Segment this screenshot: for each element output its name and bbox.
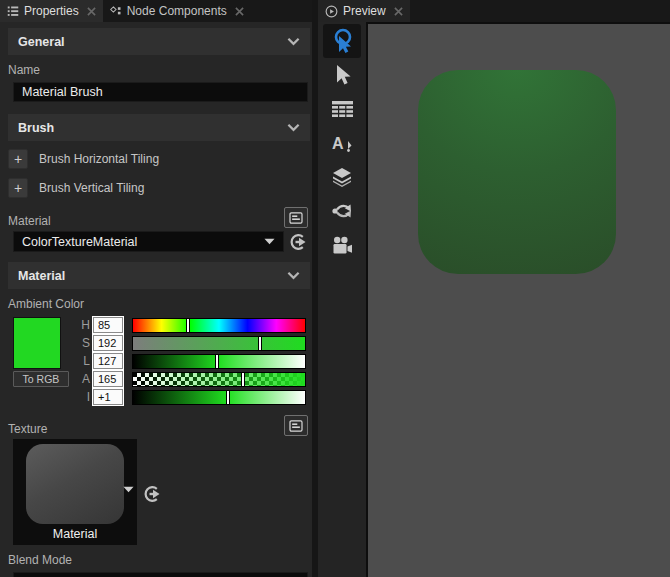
- slider-marker[interactable]: [226, 390, 230, 405]
- editor-icon: [289, 212, 303, 224]
- section-header-material[interactable]: Material: [8, 262, 310, 289]
- section-title: Brush: [18, 121, 54, 135]
- section-header-brush[interactable]: Brush: [8, 114, 310, 141]
- add-property-label: Brush Vertical Tiling: [39, 181, 144, 195]
- preview-panel: Preview: [318, 0, 670, 577]
- chevron-down-icon: [287, 37, 300, 46]
- channel-label-l: L: [76, 354, 90, 368]
- close-icon[interactable]: [87, 7, 96, 16]
- ambient-color-label: Ambient Color: [8, 297, 310, 311]
- texture-label: Texture: [8, 422, 47, 436]
- node-components-icon: [110, 5, 122, 17]
- texture-name: Material: [53, 527, 97, 541]
- preview-toolbar: A: [318, 22, 366, 577]
- close-icon[interactable]: [394, 7, 403, 16]
- material-dropdown[interactable]: ColorTextureMaterial: [13, 231, 284, 252]
- to-rgb-button[interactable]: To RGB: [13, 371, 69, 387]
- layers-icon: [331, 167, 353, 187]
- blend-mode-label: Blend Mode: [8, 553, 310, 567]
- tab-node-components-label: Node Components: [127, 4, 227, 18]
- preview-body: A: [318, 22, 670, 577]
- tab-preview[interactable]: Preview: [318, 0, 410, 22]
- blend-mode-dropdown[interactable]: Alpha: Premultiplied: [13, 572, 308, 577]
- intensity-slider[interactable]: [132, 390, 306, 405]
- interact-tool-icon: [330, 28, 354, 54]
- interact-tool-button[interactable]: [323, 24, 361, 58]
- svg-text:A: A: [332, 135, 344, 152]
- channel-value-i[interactable]: +1: [93, 389, 123, 405]
- add-icon[interactable]: +: [8, 178, 28, 198]
- preview-viewport[interactable]: [366, 22, 670, 577]
- name-input[interactable]: Material Brush: [13, 82, 308, 102]
- text-tool-icon: A: [331, 133, 353, 153]
- name-label: Name: [8, 63, 310, 77]
- connections-icon: [331, 202, 353, 220]
- texture-row: Material: [8, 439, 310, 545]
- open-editor-button[interactable]: [284, 415, 308, 436]
- add-property-label: Brush Horizontal Tiling: [39, 152, 159, 166]
- tab-properties[interactable]: Properties: [0, 0, 103, 22]
- add-property-row: + Brush Horizontal Tiling: [8, 148, 310, 170]
- properties-content: General Name Material Brush Brush + Brus…: [0, 22, 312, 577]
- channel-label-h: H: [76, 318, 90, 332]
- tab-properties-label: Properties: [24, 4, 79, 18]
- preview-green-rounded-rectangle[interactable]: [418, 70, 616, 274]
- preview-tabbar: Preview: [318, 0, 670, 22]
- channel-value-l[interactable]: 127: [93, 353, 123, 369]
- texture-thumbnail: [26, 444, 124, 524]
- add-icon[interactable]: +: [8, 149, 28, 169]
- ambient-color-editor: To RGB H 85 S 192 L 127 A 165: [13, 316, 306, 406]
- properties-panel: Properties Node Components General: [0, 0, 312, 577]
- select-tool-button[interactable]: [323, 58, 361, 92]
- channel-label-a: A: [76, 372, 90, 386]
- hue-slider[interactable]: [132, 318, 306, 333]
- texture-dropdown[interactable]: Material: [13, 439, 137, 545]
- channel-value-h[interactable]: 85: [93, 317, 123, 333]
- connections-tool-button[interactable]: [323, 194, 361, 228]
- color-swatch[interactable]: [13, 317, 61, 369]
- alpha-slider[interactable]: [132, 372, 306, 387]
- saturation-slider[interactable]: [132, 336, 306, 351]
- layers-tool-button[interactable]: [323, 160, 361, 194]
- slider-marker[interactable]: [215, 354, 219, 369]
- open-editor-button[interactable]: [284, 207, 308, 228]
- play-circle-icon: [325, 5, 338, 18]
- application-window: Properties Node Components General: [0, 0, 670, 577]
- data-grid-icon: [332, 101, 353, 118]
- properties-list-icon: [7, 5, 19, 17]
- chevron-down-icon: [264, 238, 275, 245]
- material-dropdown-value: ColorTextureMaterial: [22, 235, 137, 249]
- add-property-row: + Brush Vertical Tiling: [8, 177, 310, 199]
- section-title: General: [18, 35, 65, 49]
- tab-preview-label: Preview: [343, 4, 386, 18]
- section-header-general[interactable]: General: [8, 28, 310, 55]
- chevron-down-icon: [123, 486, 134, 493]
- close-icon[interactable]: [235, 7, 244, 16]
- data-grid-tool-button[interactable]: [323, 92, 361, 126]
- section-title: Material: [18, 269, 65, 283]
- camera-icon: [332, 236, 353, 255]
- chevron-down-icon: [287, 123, 300, 132]
- goto-resource-button[interactable]: [144, 485, 162, 503]
- chevron-down-icon: [287, 271, 300, 280]
- slider-marker[interactable]: [186, 318, 190, 333]
- editor-icon: [289, 420, 303, 432]
- text-tool-button[interactable]: A: [323, 126, 361, 160]
- slider-marker[interactable]: [258, 336, 262, 351]
- material-label: Material: [8, 214, 51, 228]
- select-arrow-icon: [332, 64, 352, 86]
- lightness-slider[interactable]: [132, 354, 306, 369]
- camera-tool-button[interactable]: [323, 228, 361, 262]
- channel-label-s: S: [76, 336, 90, 350]
- channel-value-a[interactable]: 165: [93, 371, 123, 387]
- channel-value-s[interactable]: 192: [93, 335, 123, 351]
- name-value: Material Brush: [22, 85, 103, 99]
- left-tabbar: Properties Node Components: [0, 0, 312, 22]
- goto-resource-button[interactable]: [290, 233, 308, 251]
- slider-marker[interactable]: [241, 372, 245, 387]
- channel-label-i: I: [76, 390, 90, 404]
- tab-node-components[interactable]: Node Components: [103, 0, 251, 22]
